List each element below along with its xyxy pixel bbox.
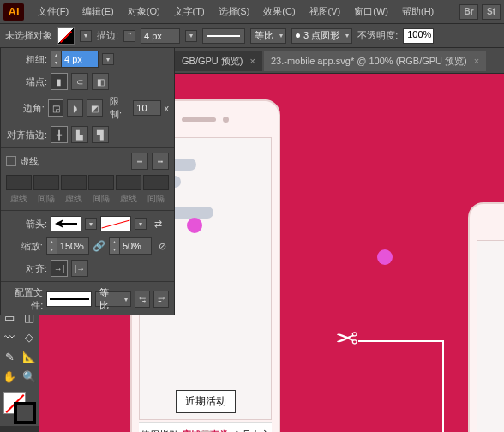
stroke-profile-preview[interactable]: [202, 28, 245, 44]
corner-bevel-icon[interactable]: ◩: [87, 99, 103, 117]
shaper-tool-icon[interactable]: ◇: [20, 327, 39, 347]
menu-view[interactable]: 视图(V): [303, 5, 348, 18]
no-selection-label: 未选择对象: [5, 29, 52, 42]
cut-path: [358, 340, 444, 432]
opacity-input[interactable]: 100%: [403, 28, 434, 44]
arrow-start-dropdown[interactable]: ▾: [85, 218, 97, 230]
dash-label: 虚线: [61, 193, 87, 205]
fill-dropdown[interactable]: ▾: [80, 30, 92, 42]
dash-label: 虚线: [6, 193, 32, 205]
dash-input[interactable]: [61, 175, 87, 190]
align2-label: 对齐:: [6, 262, 47, 275]
bridge-icon[interactable]: Br: [459, 4, 478, 20]
hand-tool-icon[interactable]: ✋: [0, 367, 20, 387]
app-logo: Ai: [3, 3, 24, 21]
profile-select[interactable]: 等比: [95, 291, 131, 307]
menu-type[interactable]: 文字(T): [167, 5, 212, 18]
phone-camera: [223, 117, 229, 123]
scale-link-icon[interactable]: ⊘: [155, 238, 169, 254]
brush-select[interactable]: 3 点圆形: [291, 28, 352, 44]
fill-stroke-swatch[interactable]: [0, 390, 39, 426]
nav-guide[interactable]: 使用指引: [141, 429, 178, 432]
stroke-label: 描边:: [97, 29, 118, 42]
stroke-swatch[interactable]: [14, 402, 36, 424]
stroke-panel: 粗细: ▴▾4 px ▾ 端点: ▮ ⊂ ◧ 边角: ◲ ◗ ◩ 限制: 10 …: [0, 48, 175, 315]
weight-label: 粗细:: [6, 53, 47, 66]
phone-screen: [477, 240, 504, 432]
weight-input[interactable]: ▴▾4 px: [51, 51, 99, 68]
curvature-tool-icon[interactable]: 〰: [0, 327, 20, 347]
menu-window[interactable]: 窗口(W): [347, 5, 395, 18]
nav-member[interactable]: 会员中心: [232, 429, 270, 432]
arrow-align-tip-icon[interactable]: |→: [71, 260, 88, 277]
scale-start-input[interactable]: ▴▾150%: [46, 237, 89, 255]
phone-speaker: [182, 117, 216, 122]
dash-label: 虚线: [116, 193, 141, 205]
menu-effect[interactable]: 效果(C): [256, 5, 302, 18]
arrow-end-dropdown[interactable]: ▾: [135, 218, 147, 230]
cap-butt-icon[interactable]: ▮: [51, 73, 68, 90]
stroke-type-select[interactable]: 等比: [250, 28, 286, 44]
gap-input[interactable]: [88, 175, 114, 190]
close-icon[interactable]: ×: [474, 56, 479, 66]
eyedropper-tool-icon[interactable]: ✎: [0, 347, 20, 367]
tab-2[interactable]: 23.-mobile app.svg* @ 100% (RGB/GPU 预览)×: [264, 51, 486, 71]
cap-label: 端点:: [6, 75, 47, 88]
arrow-start-select[interactable]: [51, 216, 81, 231]
gap-label: 间隔: [143, 193, 169, 205]
align-inside-icon[interactable]: ▙: [71, 126, 88, 143]
opacity-label: 不透明度:: [357, 29, 398, 42]
phone-mockup-right: [468, 202, 504, 432]
menu-edit[interactable]: 编辑(E): [75, 5, 121, 18]
corner-label: 边角:: [6, 102, 45, 115]
dashed-checkbox[interactable]: [6, 156, 16, 166]
stroke-link-icon[interactable]: ⌃: [123, 30, 135, 42]
align-stroke-label: 对齐描边:: [6, 129, 47, 141]
promo-button[interactable]: 近期活动: [176, 390, 236, 413]
align-outside-icon[interactable]: ▜: [92, 126, 109, 143]
gap-label: 间隔: [33, 193, 59, 205]
gap-label: 间隔: [88, 193, 114, 205]
dash-input[interactable]: [116, 175, 141, 190]
dash-input[interactable]: [6, 175, 32, 190]
menu-help[interactable]: 帮助(H): [395, 5, 441, 18]
arrow-align-extend-icon[interactable]: →|: [51, 260, 68, 277]
fill-swatch[interactable]: [57, 27, 75, 45]
scale-label: 缩放:: [6, 240, 43, 253]
options-bar: 未选择对象 ▾ 描边: ⌃ 4 px ▾ 等比 3 点圆形 不透明度: 100%: [0, 24, 504, 48]
arrow-end-select[interactable]: [100, 216, 131, 231]
swap-arrows-icon[interactable]: ⇄: [150, 216, 165, 231]
gap-input[interactable]: [143, 175, 169, 190]
dash-inputs: [1, 172, 174, 193]
stock-icon[interactable]: St: [482, 4, 501, 20]
cap-round-icon[interactable]: ⊂: [71, 73, 88, 90]
dash-align-icon[interactable]: ╍: [152, 153, 169, 170]
weight-dropdown[interactable]: ▾: [102, 53, 114, 65]
anchor-point[interactable]: [377, 249, 393, 265]
menu-select[interactable]: 选择(S): [212, 5, 257, 18]
flip-across-icon[interactable]: ⥃: [135, 291, 150, 308]
align-center-icon[interactable]: ╋: [51, 126, 68, 143]
corner-round-icon[interactable]: ◗: [67, 99, 83, 117]
profile-label: 配置文件:: [6, 286, 43, 312]
stroke-weight-dropdown[interactable]: ▾: [185, 30, 197, 42]
menu-object[interactable]: 对象(O): [121, 5, 167, 18]
anchor-point[interactable]: [187, 218, 202, 233]
profile-preview[interactable]: [46, 291, 92, 307]
corner-miter-icon[interactable]: ◲: [48, 99, 64, 117]
scale-end-input[interactable]: ▴▾50%: [109, 237, 152, 255]
link-icon[interactable]: 🔗: [93, 240, 105, 252]
limit-input[interactable]: 10: [133, 100, 160, 116]
stroke-weight-input[interactable]: 4 px: [141, 28, 180, 44]
zoom-tool-icon[interactable]: 🔍: [20, 367, 39, 387]
flip-along-icon[interactable]: ⥂: [153, 291, 169, 308]
limit-label: 限制:: [110, 95, 129, 121]
dash-preserve-icon[interactable]: ┅: [131, 153, 148, 170]
cap-projecting-icon[interactable]: ◧: [92, 73, 109, 90]
gap-input[interactable]: [33, 175, 59, 190]
measure-tool-icon[interactable]: 📐: [20, 347, 39, 367]
tab-1[interactable]: GB/GPU 预览)×: [175, 51, 262, 71]
menu-file[interactable]: 文件(F): [31, 5, 75, 18]
close-icon[interactable]: ×: [250, 56, 255, 66]
menu-bar: Ai 文件(F) 编辑(E) 对象(O) 文字(T) 选择(S) 效果(C) 视…: [0, 0, 504, 24]
